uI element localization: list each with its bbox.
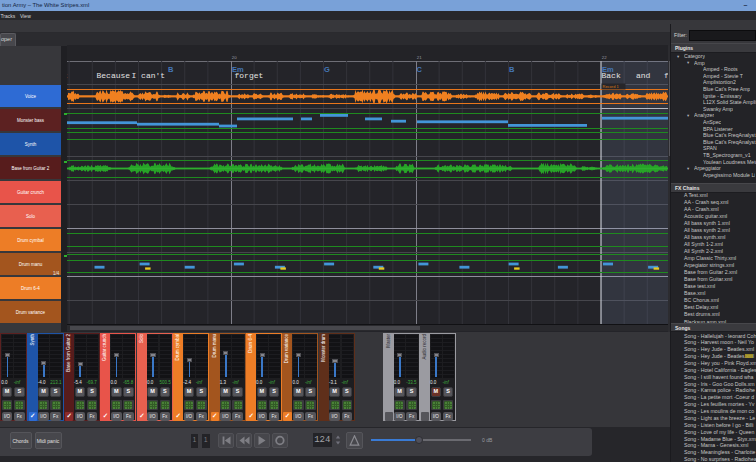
svg-text:I can't: I can't bbox=[132, 71, 166, 80]
svg-text:and: and bbox=[636, 71, 651, 80]
svg-text:G: G bbox=[324, 65, 330, 74]
svg-text:Back: Back bbox=[602, 71, 621, 80]
svg-text:20: 20 bbox=[232, 55, 237, 60]
svg-text:22: 22 bbox=[602, 55, 607, 60]
svg-text:B: B bbox=[509, 65, 515, 74]
svg-text:t: t bbox=[67, 71, 68, 80]
svg-text:Record 1: Record 1 bbox=[603, 84, 620, 89]
svg-text:forget: forget bbox=[235, 71, 264, 80]
svg-text:C: C bbox=[417, 65, 423, 74]
svg-text:21: 21 bbox=[417, 55, 422, 60]
svg-text:Because: Because bbox=[97, 71, 131, 80]
svg-text:B: B bbox=[168, 65, 174, 74]
